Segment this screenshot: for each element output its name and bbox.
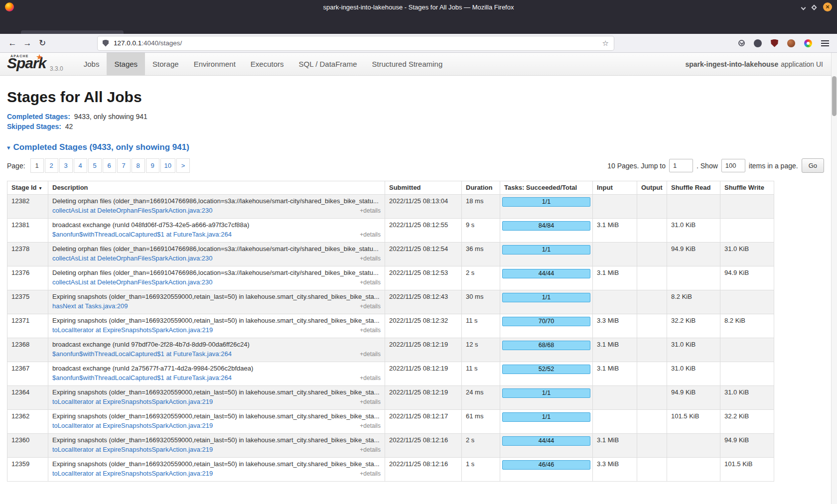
column-header[interactable]: Tasks: Succeeded/Total <box>500 181 593 195</box>
account-avatar-icon[interactable] <box>787 39 795 47</box>
spark-logo[interactable]: APACHE Spark ★ <box>7 53 44 75</box>
page-number-button[interactable]: 8 <box>132 158 145 173</box>
tasks-progress-label: 1/1 <box>542 198 551 205</box>
stage-details-toggle[interactable]: +details <box>360 231 381 238</box>
ublock-origin-icon[interactable] <box>771 39 778 47</box>
column-header[interactable]: Submitted <box>385 181 462 195</box>
nav-item-executors[interactable]: Executors <box>243 53 291 75</box>
stage-id-cell: 12375 <box>7 290 48 314</box>
column-header[interactable]: Output <box>637 181 667 195</box>
stage-callsite-link[interactable]: toLocalIterator at ExpireSnapshotsSparkA… <box>52 398 213 405</box>
duration-cell: 24 ms <box>462 386 500 410</box>
column-header[interactable]: Shuffle Read <box>667 181 720 195</box>
column-header[interactable]: Stage Id▾ <box>7 181 48 195</box>
stage-details-toggle[interactable]: +details <box>360 446 381 453</box>
page-number-button[interactable]: 9 <box>146 158 159 173</box>
stage-callsite-link[interactable]: $anonfun$withThreadLocalCaptured$1 at Fu… <box>52 350 232 358</box>
shuffle-read-cell <box>667 266 720 290</box>
page-number-button[interactable]: 10 <box>160 158 175 173</box>
menu-icon[interactable] <box>821 40 829 46</box>
column-header[interactable]: Duration <box>462 181 500 195</box>
page-number-button[interactable]: 7 <box>117 158 131 173</box>
stage-details-toggle[interactable]: +details <box>360 470 381 477</box>
application-label: spark-ingest-into-lakehouse application … <box>685 53 831 75</box>
shuffle-write-cell <box>720 219 774 243</box>
window-title: spark-ingest-into-lakehouse - Stages for… <box>0 3 837 11</box>
forward-button[interactable]: → <box>20 38 35 48</box>
page-number-button[interactable]: 3 <box>59 158 73 173</box>
page-number-button[interactable]: > <box>176 158 190 173</box>
scrollbar[interactable] <box>831 53 837 504</box>
tracking-protection-shield-icon[interactable] <box>103 40 109 47</box>
minimize-button[interactable] <box>802 2 805 11</box>
page-number-button[interactable]: 5 <box>88 158 102 173</box>
stage-callsite-link[interactable]: toLocalIterator at ExpireSnapshotsSparkA… <box>52 446 213 453</box>
stage-details-toggle[interactable]: +details <box>360 375 381 381</box>
nav-item-structured-streaming[interactable]: Structured Streaming <box>365 53 450 75</box>
nav-item-jobs[interactable]: Jobs <box>76 53 107 75</box>
url-text: 127.0.0.1:4040/stages/ <box>114 39 602 47</box>
stage-details-toggle[interactable]: +details <box>360 398 381 405</box>
spark-star-icon: ★ <box>36 53 43 62</box>
stage-callsite-link[interactable]: toLocalIterator at ExpireSnapshotsSparkA… <box>52 326 213 334</box>
duration-cell: 11 s <box>462 314 500 338</box>
input-cell <box>593 410 637 434</box>
scrollbar-thumb[interactable] <box>832 76 837 116</box>
page-number-button[interactable]: 2 <box>45 158 58 173</box>
page-number-button[interactable]: 1 <box>30 158 44 173</box>
input-cell: 3.1 MiB <box>593 338 637 362</box>
extension-pinwheel-icon[interactable] <box>804 39 812 47</box>
completed-stages-label[interactable]: Completed Stages: <box>7 113 70 121</box>
bookmark-star-icon[interactable]: ☆ <box>602 39 609 48</box>
page-number-button[interactable]: 6 <box>103 158 116 173</box>
stage-details-toggle[interactable]: +details <box>360 207 381 214</box>
tasks-progress-bar: 1/1 <box>502 388 590 398</box>
input-cell: 3.1 MiB <box>593 362 637 386</box>
reload-button[interactable]: ↻ <box>35 38 50 48</box>
jump-page-input[interactable] <box>669 159 693 172</box>
items-per-page-input[interactable] <box>721 159 745 172</box>
column-header[interactable]: Description <box>48 181 385 195</box>
stage-details-toggle[interactable]: +details <box>360 279 381 286</box>
shuffle-read-cell: 31.0 KiB <box>667 362 720 386</box>
skipped-stages-label[interactable]: Skipped Stages: <box>7 123 61 130</box>
column-header[interactable]: Input <box>593 181 637 195</box>
stage-details-toggle[interactable]: +details <box>360 327 381 334</box>
go-button[interactable]: Go <box>802 158 824 173</box>
stage-details-toggle[interactable]: +details <box>360 422 381 429</box>
stage-callsite-link[interactable]: collectAsList at DeleteOrphanFilesSparkA… <box>52 207 213 214</box>
nav-item-storage[interactable]: Storage <box>145 53 186 75</box>
output-cell <box>637 290 667 314</box>
stage-row: 12364 Expiring snapshots (older_than=166… <box>7 386 774 410</box>
page-number-button[interactable]: 4 <box>74 158 87 173</box>
close-button[interactable]: × <box>823 2 832 11</box>
tasks-cell: 1/1 <box>500 410 593 434</box>
stage-details-toggle[interactable]: +details <box>360 255 381 262</box>
pages-jump-text: 10 Pages. Jump to <box>607 162 666 170</box>
application-suffix: application UI <box>781 60 823 68</box>
stage-callsite-link[interactable]: toLocalIterator at ExpireSnapshotsSparkA… <box>52 470 213 477</box>
nav-item-sql-dataframe[interactable]: SQL / DataFrame <box>291 53 365 75</box>
stage-row: 12360 Expiring snapshots (older_than=166… <box>7 434 774 458</box>
stage-description-cell: Expiring snapshots (older_than=166932055… <box>48 410 385 434</box>
stage-callsite-link[interactable]: collectAsList at DeleteOrphanFilesSparkA… <box>52 278 213 286</box>
nav-item-environment[interactable]: Environment <box>186 53 243 75</box>
nav-item-stages[interactable]: Stages <box>107 53 145 75</box>
stage-callsite-link[interactable]: $anonfun$withThreadLocalCaptured$1 at Fu… <box>52 374 232 381</box>
tasks-progress-label: 1/1 <box>542 413 551 420</box>
save-to-pocket-icon[interactable] <box>738 40 745 46</box>
completed-stages-section-toggle[interactable]: ▾Completed Stages (9433, only showing 94… <box>7 142 824 152</box>
stage-description-cell: Expiring snapshots (older_than=166932055… <box>48 458 385 482</box>
back-button[interactable]: ← <box>5 38 20 48</box>
stage-details-toggle[interactable]: +details <box>360 303 381 310</box>
stage-details-toggle[interactable]: +details <box>360 351 381 358</box>
shuffle-read-cell: 8.2 KiB <box>667 290 720 314</box>
extension-dark-circle-icon[interactable] <box>754 39 762 47</box>
stage-callsite-link[interactable]: $anonfun$withThreadLocalCaptured$1 at Fu… <box>52 231 232 238</box>
stage-callsite-link[interactable]: hasNext at Tasks.java:209 <box>52 302 128 310</box>
stage-callsite-link[interactable]: collectAsList at DeleteOrphanFilesSparkA… <box>52 254 213 262</box>
url-bar[interactable]: 127.0.0.1:4040/stages/ ☆ <box>98 36 614 50</box>
column-header[interactable]: Shuffle Write <box>720 181 774 195</box>
maximize-button[interactable] <box>812 2 816 11</box>
stage-callsite-link[interactable]: toLocalIterator at ExpireSnapshotsSparkA… <box>52 422 213 429</box>
